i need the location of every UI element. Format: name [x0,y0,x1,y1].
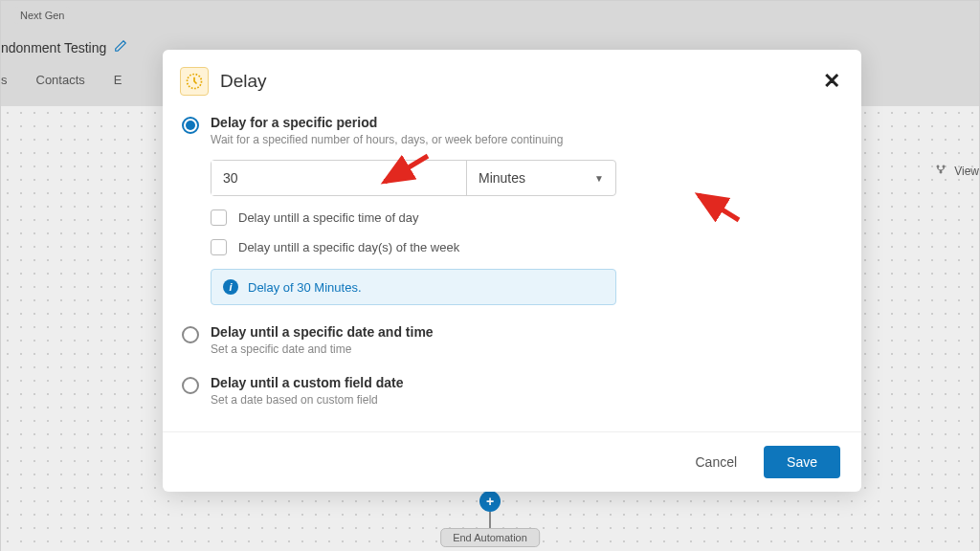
clock-icon [180,67,209,96]
checkbox-time-of-day[interactable] [211,209,227,226]
delay-unit-label: Minutes [479,170,525,186]
radio-custom-field[interactable] [182,377,199,394]
option-period-title: Delay for a specific period [211,115,842,130]
save-button[interactable]: Save [764,446,840,478]
radio-specific-date[interactable] [182,326,199,343]
option-date-title: Delay until a specific date and time [211,324,842,340]
info-banner: i Delay of 30 Minutes. [211,269,616,305]
checkbox-time-of-day-label: Delay untill a specific time of day [238,210,419,225]
option-custom-title: Delay until a custom field date [211,375,842,390]
radio-specific-period[interactable] [182,117,199,134]
delay-modal: Delay ✕ Delay for a specific period Wait… [163,50,861,492]
delay-unit-select[interactable]: Minutes ▼ [467,161,615,195]
option-period-desc: Wait for a specified number of hours, da… [211,133,842,146]
delay-value-input[interactable] [212,161,467,195]
option-custom-desc: Set a date based on custom field [211,393,842,407]
modal-title: Delay [220,71,267,92]
chevron-down-icon: ▼ [594,173,604,184]
option-date-desc: Set a specific date and time [211,342,842,356]
info-text: Delay of 30 Minutes. [248,280,362,295]
cancel-button[interactable]: Cancel [685,447,746,477]
close-icon[interactable]: ✕ [823,69,840,94]
checkbox-day-of-week[interactable] [211,239,227,255]
checkbox-day-of-week-label: Delay untill a specific day(s) of the we… [238,240,459,254]
info-icon: i [223,279,238,295]
